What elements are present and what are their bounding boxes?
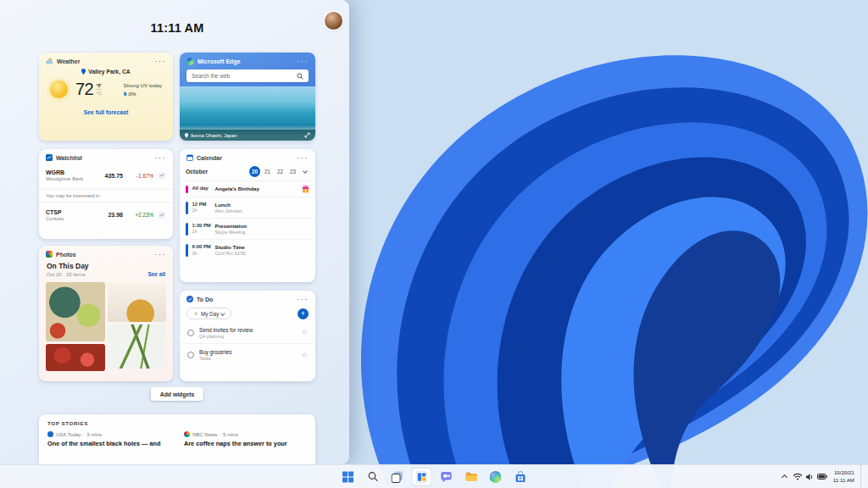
- star-icon[interactable]: ☆: [301, 329, 308, 336]
- news-headline: One of the smallest black holes — and: [47, 440, 170, 447]
- calendar-day[interactable]: 20: [249, 166, 260, 177]
- microsoft-store-button[interactable]: [510, 468, 531, 486]
- chat-icon: [441, 471, 453, 483]
- star-icon[interactable]: ☆: [301, 352, 308, 359]
- calendar-month[interactable]: October: [186, 169, 208, 175]
- task-view-button[interactable]: [387, 468, 408, 486]
- calendar-widget[interactable]: Calendar ··· October 20 21 22 23 All day…: [180, 149, 315, 282]
- avatar[interactable]: [325, 12, 342, 30]
- task-subtitle: Tasks: [199, 356, 232, 361]
- photo-collage[interactable]: [46, 282, 166, 371]
- battery-icon: [817, 474, 827, 480]
- start-button[interactable]: [338, 468, 359, 486]
- event-duration: 1h: [192, 208, 215, 214]
- stock-row[interactable]: WGRB Woodgrove Bank 435.75 -1.67%: [39, 163, 173, 189]
- photo-thumbnail[interactable]: [46, 282, 105, 341]
- chat-button[interactable]: [437, 468, 457, 486]
- calendar-day[interactable]: 22: [275, 166, 286, 177]
- edge-photo[interactable]: Ikema Ohashi, Japan: [180, 86, 315, 141]
- task-checkbox[interactable]: [187, 352, 194, 358]
- event-subtitle: Alex Johnson: [215, 208, 242, 214]
- widget-title: Microsoft Edge: [198, 58, 241, 64]
- add-task-button[interactable]: +: [298, 308, 309, 319]
- calendar-event[interactable]: 1:30 PM1h PresentationSkype Meeting: [180, 218, 315, 239]
- temperature-value: 72: [75, 80, 93, 99]
- stock-price: 435.75: [105, 173, 123, 179]
- store-icon: [515, 471, 526, 483]
- file-explorer-icon: [465, 471, 477, 482]
- search-button[interactable]: [363, 468, 383, 486]
- event-color-bar: [186, 202, 188, 214]
- stock-row[interactable]: CTSP Contoso 23.98 +2.23%: [39, 202, 173, 229]
- task-row[interactable]: Buy groceries Tasks ☆: [180, 343, 315, 365]
- edge-widget[interactable]: Microsoft Edge ··· Ikema Ohashi, Japan: [180, 53, 315, 141]
- photo-thumbnail[interactable]: [46, 344, 105, 371]
- event-time: All day: [192, 186, 215, 192]
- calendar-event[interactable]: All day Angela's Birthday: [180, 180, 315, 197]
- calendar-event[interactable]: 12 PM1h LunchAlex Johnson: [180, 197, 315, 218]
- widget-menu-button[interactable]: ···: [155, 59, 167, 64]
- news-meta: · 5 mins: [220, 432, 237, 437]
- my-day-dropdown[interactable]: ☼ My Day: [186, 308, 231, 319]
- event-time: 6:00 PM: [192, 244, 215, 251]
- widget-menu-button[interactable]: ···: [155, 252, 167, 257]
- sparkline-icon: [158, 211, 166, 219]
- photo-thumbnail[interactable]: [108, 324, 167, 369]
- add-widgets-button[interactable]: Add widgets: [151, 387, 203, 401]
- watchlist-icon: [46, 154, 53, 161]
- weather-widget[interactable]: Weather ··· Valley Park, CA 72 °F °C Str…: [39, 53, 173, 141]
- task-row[interactable]: Send invites for review Q4 planning ☆: [180, 322, 315, 343]
- show-desktop-button[interactable]: [860, 465, 863, 488]
- taskbar-clock[interactable]: 10/20/21 11:11 AM: [833, 469, 854, 485]
- widget-menu-button[interactable]: ···: [155, 156, 167, 160]
- stock-name: Contoso: [46, 216, 64, 223]
- event-title: Studio Time: [215, 244, 246, 251]
- system-tray-icons[interactable]: [793, 473, 827, 481]
- panel-clock: 11:11 AM: [150, 21, 203, 35]
- top-stories-heading: TOP STORIES: [47, 420, 307, 426]
- see-full-forecast-link[interactable]: See full forecast: [39, 109, 173, 115]
- file-explorer-button[interactable]: [461, 468, 481, 486]
- unit-fahrenheit-toggle[interactable]: °F: [96, 83, 102, 90]
- nbc-news-icon: [184, 431, 190, 437]
- photos-icon: [46, 251, 53, 258]
- task-checkbox[interactable]: [187, 330, 194, 336]
- calendar-day[interactable]: 21: [262, 166, 273, 177]
- task-title: Buy groceries: [199, 349, 232, 356]
- stock-symbol: CTSP: [46, 208, 64, 216]
- expand-icon[interactable]: [304, 132, 310, 138]
- widgets-panel: 11:11 AM Weather ··· Valley Park, CA 72 …: [0, 0, 349, 464]
- news-meta: · 3 mins: [84, 432, 102, 437]
- widget-menu-button[interactable]: ···: [298, 59, 309, 64]
- event-title: Angela's Birthday: [215, 186, 259, 192]
- search-icon: [367, 471, 378, 482]
- edge-search-box[interactable]: [186, 69, 309, 82]
- location-pin-icon: [185, 133, 188, 138]
- gift-icon: [302, 186, 309, 193]
- photo-thumbnail[interactable]: [108, 282, 167, 322]
- weather-location-label: Valley Park, CA: [88, 69, 131, 75]
- widgets-button[interactable]: [412, 468, 432, 486]
- task-subtitle: Q4 planning: [199, 334, 253, 339]
- edge-search-input[interactable]: [192, 73, 297, 79]
- widget-menu-button[interactable]: ···: [298, 297, 309, 302]
- edge-icon: [186, 58, 194, 65]
- chevron-down-icon[interactable]: [303, 169, 308, 174]
- see-all-link[interactable]: See all: [147, 271, 165, 277]
- todo-widget[interactable]: To Do ··· ☼ My Day + Send invites for re…: [180, 291, 315, 381]
- widget-menu-button[interactable]: ···: [298, 156, 309, 160]
- todo-icon: [186, 296, 193, 302]
- edge-icon: [490, 471, 502, 483]
- weather-location[interactable]: Valley Park, CA: [39, 69, 173, 75]
- event-color-bar: [186, 244, 188, 257]
- unit-celsius-toggle[interactable]: °C: [96, 90, 102, 96]
- search-icon: [297, 73, 303, 80]
- news-story[interactable]: NBC News · 5 mins Are coffee naps the an…: [184, 431, 307, 447]
- news-story[interactable]: USA Today · 3 mins One of the smallest b…: [47, 431, 170, 447]
- chevron-up-icon[interactable]: [782, 474, 787, 480]
- photos-widget[interactable]: Photos ··· On This Day Oct 20 · 33 items…: [39, 246, 173, 381]
- calendar-event[interactable]: 6:00 PM3h Studio TimeConf Rm 32/35: [180, 239, 315, 260]
- edge-browser-button[interactable]: [486, 468, 506, 486]
- calendar-day[interactable]: 23: [287, 166, 298, 177]
- watchlist-widget[interactable]: Watchlist ··· WGRB Woodgrove Bank 435.75…: [39, 149, 173, 239]
